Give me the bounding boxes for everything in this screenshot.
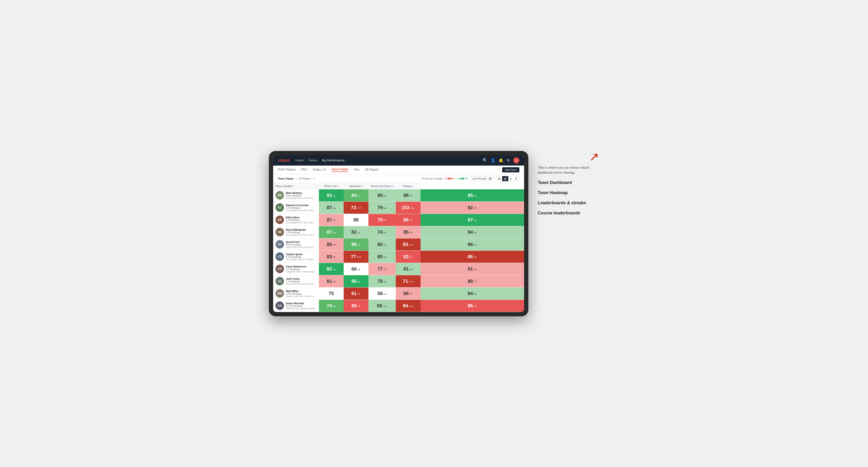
player-cell[interactable]: EC Edward Crossman 1-5 Handicap Sunningd… bbox=[273, 201, 319, 214]
score-number: 81 bbox=[327, 279, 332, 284]
nav-my-performance[interactable]: My Performance bbox=[322, 158, 344, 162]
table-row[interactable]: DB Dave Billingham 1-5 Handicap Gog Mago… bbox=[273, 226, 524, 238]
search-icon[interactable]: 🔍 bbox=[483, 158, 487, 162]
sub-nav-pgat[interactable]: PGAT Players bbox=[278, 168, 296, 172]
sub-nav-tour[interactable]: Tour bbox=[354, 168, 359, 172]
score-delta: 1 bbox=[357, 305, 361, 307]
table-row[interactable]: EC Edward Crossman 1-5 Handicap Sunningd… bbox=[273, 201, 524, 214]
player-avatar: DF bbox=[276, 240, 284, 249]
score-cell-putting: 96 3 bbox=[421, 238, 524, 250]
score-cell-player_quality: 75 bbox=[319, 287, 344, 300]
score-cell-player_quality: 83 3 bbox=[319, 250, 344, 263]
add-team-button[interactable]: Add Team bbox=[502, 167, 519, 173]
player-cell[interactable]: DF David Ford Plus Handicap Royal North … bbox=[273, 238, 319, 250]
view-export-btn[interactable]: ⬇ bbox=[513, 176, 519, 181]
avatar[interactable]: U bbox=[513, 157, 519, 163]
edit-icon[interactable]: ✎ bbox=[313, 177, 315, 180]
player-cell[interactable]: CQ Charlie Quick 6-10 Handicap St. Georg… bbox=[273, 250, 319, 263]
score-number: 82 bbox=[327, 266, 332, 272]
player-cell[interactable]: CR Chris Robertson 1-5 Handicap Craigmil… bbox=[273, 263, 319, 275]
score-delta: 3 bbox=[383, 244, 386, 246]
player-club: Drift Golf Club, United Kingdom bbox=[286, 307, 316, 310]
player-handicap: 1-5 Handicap bbox=[286, 268, 316, 271]
player-handicap: 6-10 Handicap bbox=[286, 256, 316, 258]
score-delta: 2 bbox=[383, 280, 386, 283]
score-cell-approach: 75 3 bbox=[368, 214, 396, 226]
sub-nav-team-clippd[interactable]: Team Clippd bbox=[331, 168, 348, 172]
score-cell-around_green: 83 6 bbox=[396, 250, 421, 263]
score-delta: 9 bbox=[383, 207, 386, 209]
player-handicap: Plus Handicap bbox=[286, 194, 316, 197]
view-list-btn[interactable]: ▤ bbox=[502, 176, 508, 181]
score-delta: 2 bbox=[409, 293, 413, 295]
score-number: 88 bbox=[353, 217, 359, 223]
score-cell-approach: 80 3 bbox=[368, 238, 396, 250]
player-avatar: CQ bbox=[276, 252, 284, 261]
table-row[interactable]: CQ Charlie Quick 6-10 Handicap St. Georg… bbox=[273, 250, 524, 263]
score-number: 95 bbox=[468, 193, 473, 198]
score-number: 81 bbox=[403, 266, 408, 272]
score-delta: 3 bbox=[474, 207, 477, 209]
sub-nav-pga[interactable]: PGA bbox=[301, 168, 307, 172]
score-cell-around_green: 84 21 bbox=[396, 300, 421, 312]
sidebar-annotation: ↗ This is where you can choose which das… bbox=[538, 151, 599, 220]
view-heatmap-btn[interactable]: ♦ bbox=[508, 176, 513, 181]
score-number: 103 bbox=[401, 205, 409, 210]
player-club: St. George's Hill GC - Weybridge, Surrey… bbox=[286, 258, 316, 261]
sub-nav-hcaps[interactable]: Hcaps 1-5 bbox=[313, 168, 326, 172]
th-approach[interactable]: Approach ▾ bbox=[344, 183, 368, 189]
table-row[interactable]: JC Josh Coles 1-5 Handicap Royal North D… bbox=[273, 275, 524, 287]
table-row[interactable]: EE Elliot Ebert 1-5 Handicap Sunningdale… bbox=[273, 214, 524, 226]
score-delta: 2 bbox=[357, 268, 361, 271]
th-off-tee[interactable]: Off the Tee ▾ bbox=[319, 183, 344, 189]
score-number: 83 bbox=[403, 242, 408, 247]
score-number: 85 bbox=[377, 193, 382, 198]
score-cell-player_quality: 87 1 bbox=[319, 201, 344, 214]
last-rounds-value: 20 bbox=[489, 177, 492, 180]
table-row[interactable]: MM Matt Miller 6-10 Handicap Woburn Golf… bbox=[273, 287, 524, 300]
table-row[interactable]: AN Aaron Nicholls 11-15 Handicap Drift G… bbox=[273, 300, 524, 312]
score-cell-putting: 86 8 bbox=[421, 250, 524, 263]
score-number: 95 bbox=[351, 279, 356, 284]
player-info: Matt Miller 6-10 Handicap Woburn Golf Cl… bbox=[286, 290, 316, 298]
score-number: 87 bbox=[327, 229, 332, 235]
player-cell[interactable]: BM Blair McHarg Plus Handicap Royal Nort… bbox=[273, 189, 319, 201]
th-around-green[interactable]: Around the Green ▾ bbox=[368, 183, 396, 189]
score-number: 92 bbox=[468, 205, 473, 210]
score-delta: 4 bbox=[333, 231, 336, 234]
score-delta: 4 bbox=[409, 268, 413, 271]
player-club: Royal North Devon Golf Club, United King… bbox=[286, 197, 316, 199]
settings-icon[interactable]: ⚙ bbox=[507, 158, 510, 162]
score-cell-around_green: 85 3 bbox=[396, 226, 421, 238]
player-cell[interactable]: JC Josh Coles 1-5 Handicap Royal North D… bbox=[273, 275, 319, 287]
player-cell[interactable]: MM Matt Miller 6-10 Handicap Woburn Golf… bbox=[273, 287, 319, 300]
player-cell[interactable]: AN Aaron Nicholls 11-15 Handicap Drift G… bbox=[273, 300, 319, 312]
score-cell-off_tee: 73 11 bbox=[344, 201, 368, 214]
user-icon[interactable]: 👤 bbox=[491, 158, 495, 162]
score-delta: 5 bbox=[474, 219, 477, 221]
player-cell[interactable]: EE Elliot Ebert 1-5 Handicap Sunningdale… bbox=[273, 214, 319, 226]
last-rounds-selector[interactable]: Last Rounds: 20 bbox=[470, 176, 494, 181]
score-delta: 4 bbox=[474, 305, 477, 307]
nav-teams[interactable]: Teams bbox=[308, 158, 317, 162]
score-delta: 6 bbox=[409, 256, 413, 258]
sub-nav-all-players[interactable]: All Players bbox=[365, 168, 378, 172]
player-cell[interactable]: DB Dave Billingham 1-5 Handicap Gog Mago… bbox=[273, 226, 319, 238]
nav-home[interactable]: Home bbox=[295, 158, 304, 162]
logo[interactable]: clippd bbox=[278, 158, 290, 162]
table-row[interactable]: BM Blair McHarg Plus Handicap Royal Nort… bbox=[273, 189, 524, 201]
score-cell-around_green: 83 10 bbox=[396, 238, 421, 250]
view-grid-btn[interactable]: ⊞ bbox=[496, 176, 502, 181]
score-cell-around_green: 103 15 bbox=[396, 201, 421, 214]
score-delta: 3 bbox=[474, 293, 477, 295]
bell-icon[interactable]: 🔔 bbox=[499, 158, 503, 162]
table-row[interactable]: CR Chris Robertson 1-5 Handicap Craigmil… bbox=[273, 263, 524, 275]
table-row[interactable]: DF David Ford Plus Handicap Royal North … bbox=[273, 238, 524, 250]
score-cell-off_tee: 95 8 bbox=[344, 275, 368, 287]
th-putting[interactable]: Putting ▾ bbox=[396, 183, 421, 189]
score-delta: 3 bbox=[383, 268, 386, 271]
th-player[interactable]: Player Quality ▾ bbox=[273, 183, 319, 189]
player-info: David Ford Plus Handicap Royal North Dev… bbox=[286, 241, 316, 248]
score-delta: 8 bbox=[357, 280, 361, 283]
score-number: 61 bbox=[351, 291, 356, 296]
